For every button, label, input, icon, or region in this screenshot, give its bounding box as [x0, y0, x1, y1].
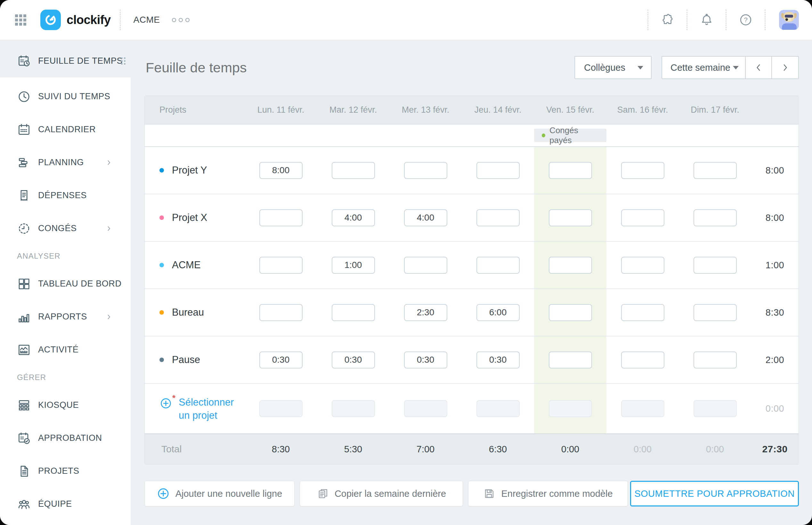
time-cell-input[interactable]: 2:30	[404, 304, 447, 321]
project-color-dot	[160, 215, 164, 220]
time-cell-input[interactable]	[549, 304, 592, 321]
time-cell-input[interactable]	[477, 209, 520, 226]
sidebar-item-timesheet-active[interactable]: FEUILLE DE TEMPS	[0, 45, 131, 77]
topbar-divider	[120, 10, 121, 30]
app-launcher-grid-icon[interactable]	[15, 14, 26, 26]
help-icon[interactable]: ?	[726, 13, 765, 27]
day-total: 0:00	[706, 444, 724, 454]
time-cell-input[interactable]	[549, 162, 592, 179]
week-dropdown[interactable]: Cette semaine	[662, 57, 746, 78]
time-cell-input[interactable]: 1:00	[332, 257, 375, 274]
time-cell-input[interactable]	[693, 209, 737, 226]
sidebar-item-label: APPROBATION	[38, 433, 102, 443]
sidebar-item-calendrier[interactable]: CALENDRIER	[0, 113, 131, 146]
project-color-dot	[160, 263, 164, 267]
time-cell-input[interactable]	[477, 162, 520, 179]
time-cell-input[interactable]	[404, 162, 447, 179]
time-cell-input[interactable]	[259, 257, 303, 274]
time-cell-input[interactable]	[693, 162, 737, 179]
time-cell-input[interactable]	[621, 209, 664, 226]
project-label: Pause	[145, 354, 245, 365]
user-avatar[interactable]	[779, 10, 799, 30]
next-week-button[interactable]	[772, 57, 798, 78]
activity-icon	[17, 343, 31, 357]
time-cell-input[interactable]: 6:00	[477, 304, 520, 321]
time-cell-input[interactable]	[549, 351, 592, 369]
time-cell-input[interactable]: 0:30	[477, 351, 520, 369]
action-button-plus-circle[interactable]: Ajouter une nouvelle ligne	[145, 481, 295, 507]
sidebar-item-activit-[interactable]: ACTIVITÉ	[0, 333, 131, 366]
sidebar: FEUILLE DE TEMPS SUIVI DU TEMPSCALENDRIE…	[0, 40, 131, 525]
row-total: 8:30	[766, 307, 784, 318]
submit-for-approval-button[interactable]: SOUMETTRE POUR APPROBATION	[630, 481, 799, 507]
project-label: Bureau	[145, 307, 245, 318]
timesheet-icon	[17, 54, 31, 68]
previous-week-button[interactable]	[746, 57, 772, 78]
total-label: Total	[145, 444, 245, 454]
column-header-day: Jeu. 14 févr.	[474, 105, 521, 115]
timesheet-row-bureau: Bureau2:306:008:30	[145, 289, 799, 336]
time-cell-input[interactable]: 0:30	[332, 351, 375, 369]
project-name: Pause	[172, 354, 200, 365]
time-cell-input[interactable]	[332, 304, 375, 321]
sidebar-item-label: CONGÉS	[38, 223, 77, 234]
integrations-puzzle-icon[interactable]	[648, 13, 687, 27]
time-cell-input[interactable]	[693, 257, 737, 274]
day-total: 8:30	[272, 444, 290, 454]
team-icon	[17, 497, 31, 511]
time-cell-input[interactable]	[693, 304, 737, 321]
sidebar-item-label: TABLEAU DE BORD	[38, 279, 122, 289]
time-cell-input[interactable]	[477, 257, 520, 274]
sidebar-item-cong-s[interactable]: CONGÉS	[0, 212, 131, 245]
holiday-badge: Congés payés	[534, 129, 606, 142]
time-cell-input[interactable]	[621, 351, 664, 369]
caret-down-icon	[637, 66, 643, 70]
workspace-name[interactable]: ACME	[134, 15, 160, 25]
notifications-bell-icon[interactable]	[688, 13, 725, 27]
time-cell-input[interactable]	[621, 162, 664, 179]
receipt-icon	[17, 189, 31, 202]
action-button-label: Ajouter une nouvelle ligne	[176, 489, 282, 499]
teammates-dropdown[interactable]: Collègues	[574, 56, 651, 79]
time-cell-input[interactable]	[404, 257, 447, 274]
sidebar-item-approbation[interactable]: APPROBATION	[0, 422, 131, 454]
time-cell-input[interactable]	[259, 209, 303, 226]
sidebar-item-suivi-du-temps[interactable]: SUIVI DU TEMPS	[0, 80, 131, 113]
project-color-dot	[160, 310, 164, 315]
action-button-label: Copier la semaine dernière	[335, 489, 446, 499]
page-header: Feuille de temps Collègues Cette semaine	[131, 40, 812, 95]
sidebar-item-rapports[interactable]: RAPPORTS	[0, 300, 131, 333]
day-total: 0:00	[634, 444, 651, 454]
time-cell-input[interactable]: 0:30	[259, 351, 303, 369]
sidebar-item-kiosque[interactable]: KIOSQUE	[0, 389, 131, 422]
sidebar-item-label: PLANNING	[38, 158, 84, 167]
time-cell-input[interactable]: 8:00	[259, 162, 303, 179]
sidebar-item-projets[interactable]: PROJETS	[0, 454, 131, 487]
time-cell-input[interactable]	[549, 209, 592, 226]
sidebar-item--quipe[interactable]: ÉQUIPE	[0, 487, 131, 521]
clockify-wordmark: clockify	[66, 13, 111, 27]
time-cell-input[interactable]	[332, 162, 375, 179]
time-cell-input[interactable]	[693, 351, 737, 369]
sidebar-item-planning[interactable]: PLANNING	[0, 146, 131, 179]
sidebar-item-d-penses[interactable]: DÉPENSES	[0, 179, 131, 212]
time-cell-input[interactable]	[621, 304, 664, 321]
project-name: Bureau	[172, 307, 204, 318]
avatar-cell	[766, 10, 812, 30]
time-cell-input[interactable]	[259, 304, 303, 321]
time-cell-input[interactable]: 0:30	[404, 351, 447, 369]
clockify-logo-icon[interactable]	[40, 10, 61, 30]
time-cell-input[interactable]	[549, 257, 592, 274]
sidebar-item-tableau-de-bord[interactable]: TABLEAU DE BORD	[0, 267, 131, 300]
time-cell-input[interactable]: 4:00	[404, 209, 447, 226]
drag-handle-icon[interactable]	[121, 57, 125, 65]
row-total: 8:00	[766, 213, 784, 223]
action-button-copy[interactable]: Copier la semaine dernière	[300, 481, 463, 507]
select-project-link[interactable]: *Sélectionnerun projet	[145, 396, 245, 422]
workspace-menu-dots-icon[interactable]	[172, 18, 190, 22]
time-cell-input[interactable]: 4:00	[332, 209, 375, 226]
action-button-save[interactable]: Enregistrer comme modèle	[468, 481, 628, 507]
time-cell-input[interactable]	[621, 257, 664, 274]
timesheet-row-pause: Pause0:300:300:300:302:00	[145, 336, 799, 384]
time-cell-input-disabled	[332, 400, 375, 417]
